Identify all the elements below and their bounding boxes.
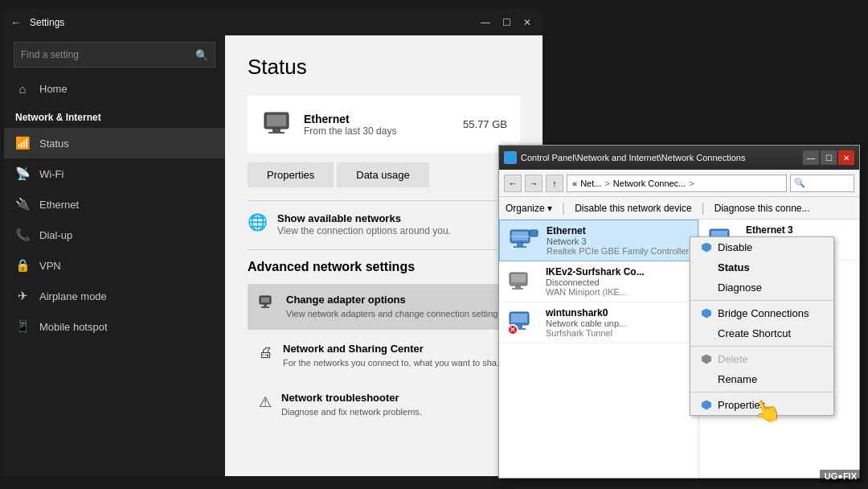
sidebar-item-vpn[interactable]: 🔒 VPN (4, 250, 225, 281)
cp-back-button[interactable]: ← (504, 175, 522, 192)
sidebar-item-wifi-label: Wi-Fi (39, 168, 63, 180)
sidebar-item-dialup-label: Dial-up (39, 229, 72, 241)
sidebar-item-home-label: Home (39, 83, 68, 95)
cp-maximize-button[interactable]: ☐ (821, 150, 837, 165)
ctx-shortcut[interactable]: Create Shortcut (690, 323, 833, 343)
cp-organize-button[interactable]: Organize ▾ (506, 203, 552, 214)
ctx-status-label: Status (718, 261, 750, 273)
ctx-sep-3 (690, 392, 833, 392)
maximize-button[interactable]: ☐ (497, 14, 515, 31)
ctx-rename-label: Rename (718, 373, 757, 385)
svg-rect-15 (511, 274, 526, 282)
ctx-shortcut-label: Create Shortcut (718, 327, 791, 339)
addr-chevron-2: > (689, 179, 694, 188)
sidebar-item-hotspot-label: Mobile hotspot (39, 321, 108, 333)
wintun-net-info: wintunshark0 Network cable unp... Surfsh… (546, 307, 690, 338)
control-panel-window: 🌐 Control Panel\Network and Internet\Net… (498, 145, 860, 479)
ethernet-card-icon (260, 109, 293, 140)
network-item-ikev2[interactable]: IKEv2-Surfshark Co... Disconnected WAN M… (499, 261, 698, 302)
cp-diagnose-button[interactable]: Diagnose this conne... (714, 203, 810, 214)
title-bar-left: ← Settings (10, 16, 64, 29)
shield-icon-properties (702, 401, 711, 410)
dialup-icon: 📞 (15, 228, 30, 242)
status-card-info: Ethernet From the last 30 days (304, 113, 463, 137)
show-networks-text: Show available networks View the connect… (277, 211, 451, 236)
status-card: Ethernet From the last 30 days 55.77 GB (248, 96, 520, 153)
ctx-bridge[interactable]: Bridge Connections (690, 303, 833, 323)
ctx-properties[interactable]: Properties (690, 395, 833, 415)
troubleshooter-item-text: Network troubleshooter Diagnose and fix … (281, 392, 422, 418)
troubleshooter-item-title: Network troubleshooter (281, 392, 422, 404)
adv-item-adapter[interactable]: Change adapter options View network adap… (248, 284, 520, 330)
adv-item-troubleshooter[interactable]: ⚠ Network troubleshooter Diagnose and fi… (248, 382, 520, 428)
ctx-status[interactable]: Status (690, 257, 833, 277)
wintun-sub: Network cable unp... (546, 318, 690, 328)
network-item-ethernet[interactable]: Ethernet Network 3 Realtek PCIe GBE Fami… (499, 220, 698, 261)
wintun-net-icon: ✕ (507, 310, 539, 335)
sidebar-item-home[interactable]: ⌂ Home (4, 74, 225, 104)
cp-minimize-button[interactable]: — (803, 150, 819, 165)
ctx-sep-2 (690, 346, 833, 347)
sharing-icon: 🖨 (259, 344, 273, 361)
sidebar-item-ethernet[interactable]: 🔌 Ethernet (4, 189, 225, 220)
sidebar-item-vpn-label: VPN (39, 260, 61, 272)
ethernet-icon: 🔌 (15, 197, 30, 212)
cp-up-button[interactable]: ↑ (546, 175, 563, 192)
ikev2-name: IKEv2-Surfshark Co... (546, 266, 690, 277)
context-menu: Disable Status Diagnose Bridge Connectio… (690, 236, 834, 416)
cp-close-button[interactable]: ✕ (838, 150, 854, 165)
minimize-button[interactable]: — (477, 14, 494, 31)
adv-section-title: Advanced network settings (248, 260, 520, 274)
ikev2-controller: WAN Miniport (IKE... (546, 287, 690, 297)
properties-button[interactable]: Properties (248, 162, 334, 187)
status-card-name: Ethernet (304, 113, 463, 125)
settings-title-bar: ← Settings — ☐ ✕ (4, 10, 542, 35)
sidebar-item-status[interactable]: 📶 Status (4, 128, 225, 158)
cp-list-area: Ethernet Network 3 Realtek PCIe GBE Fami… (499, 220, 859, 478)
network-item-wintun[interactable]: ✕ wintunshark0 Network cable unp... Surf… (499, 302, 698, 343)
sidebar-item-wifi[interactable]: 📡 Wi-Fi (4, 158, 225, 189)
troubleshooter-icon: ⚠ (259, 393, 272, 411)
sidebar-item-status-label: Status (39, 138, 69, 150)
back-button[interactable]: ← (10, 16, 22, 29)
svg-rect-7 (261, 306, 269, 308)
ikev2-net-info: IKEv2-Surfshark Co... Disconnected WAN M… (546, 266, 690, 297)
adv-item-sharing[interactable]: 🖨 Network and Sharing Center For the net… (248, 333, 520, 379)
ethernet-sub: Network 3 (547, 236, 690, 246)
watermark: UG●FIX (820, 470, 862, 483)
cp-title-text: 🌐 Control Panel\Network and Internet\Net… (504, 151, 745, 164)
cp-address-bar: ← → ↑ « Net... > Network Connec... > 🔍 (499, 170, 859, 197)
wintun-name: wintunshark0 (546, 307, 690, 318)
ctx-rename[interactable]: Rename (690, 369, 833, 389)
ctx-delete-label: Delete (718, 353, 748, 365)
sidebar-item-hotspot[interactable]: 📱 Mobile hotspot (4, 311, 225, 342)
cp-toolbar-sep-1: | (562, 201, 565, 216)
show-networks-row[interactable]: 🌐 Show available networks View the conne… (248, 211, 520, 236)
sidebar-item-airplane[interactable]: ✈ Airplane mode (4, 281, 225, 311)
globe-icon: 🌐 (248, 212, 268, 232)
search-input[interactable] (21, 49, 195, 60)
close-button[interactable]: ✕ (518, 14, 536, 31)
ctx-disable[interactable]: Disable (690, 237, 833, 257)
sidebar-item-ethernet-label: Ethernet (39, 199, 79, 211)
cp-address-path[interactable]: « Net... > Network Connec... > (567, 175, 787, 192)
search-box[interactable]: 🔍 (14, 42, 215, 68)
ethernet-net-info: Ethernet Network 3 Realtek PCIe GBE Fami… (547, 225, 690, 256)
show-networks-sub: View the connection options around you. (277, 225, 451, 236)
cp-disable-button[interactable]: Disable this network device (575, 203, 691, 214)
cp-search-box[interactable]: 🔍 (790, 175, 854, 192)
ctx-diagnose[interactable]: Diagnose (690, 277, 833, 298)
svg-rect-6 (264, 304, 267, 306)
sidebar-section-label: Network & Internet (4, 104, 225, 128)
adapter-item-title: Change adapter options (286, 294, 505, 306)
addr-part-1: Net... (580, 179, 601, 188)
cp-forward-button[interactable]: → (525, 175, 542, 192)
sidebar-item-dialup[interactable]: 📞 Dial-up (4, 220, 225, 250)
network-list: Ethernet Network 3 Realtek PCIe GBE Fami… (499, 220, 698, 478)
settings-window-title: Settings (30, 17, 64, 28)
ethernet-name: Ethernet (547, 225, 690, 236)
data-usage-button[interactable]: Data usage (337, 162, 429, 187)
sharing-item-text: Network and Sharing Center For the netwo… (283, 343, 504, 369)
svg-rect-16 (515, 286, 521, 288)
status-icon: 📶 (15, 136, 30, 150)
